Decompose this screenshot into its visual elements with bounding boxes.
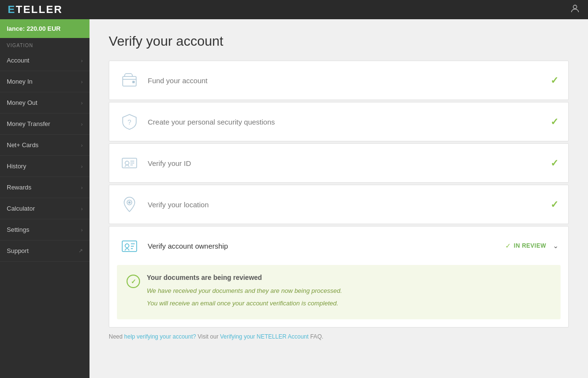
sidebar-item-label: Money Out [7,99,38,106]
svg-rect-4 [122,158,137,168]
sidebar-item-label: Account [7,57,29,64]
review-text-block: Your documents are being reviewed We hav… [147,274,551,311]
balance-bar: lance: 220.00 EUR [0,19,89,38]
ownership-icon [119,235,140,256]
sidebar-item-support[interactable]: Support ↗ [0,240,89,262]
verify-step-security: ? Create your personal security question… [109,102,569,141]
chevron-right-icon: › [81,185,83,190]
chevron-right-icon: › [81,58,83,63]
verify-step-id: Verify your ID ✓ [109,143,569,183]
sidebar-item-label: Money In [7,78,32,85]
step-label: Create your personal security questions [148,118,546,126]
sidebar-item-label: Net+ Cards [7,141,38,149]
svg-rect-2 [132,81,135,83]
sidebar-item-net-cards[interactable]: Net+ Cards › [0,135,89,156]
svg-point-7 [128,202,131,204]
sidebar-item-label: Support [7,247,29,254]
verify-step-ownership: Verify account ownership ✓ IN REVIEW ⌄ ✓… [109,226,569,328]
location-icon [119,194,140,215]
review-line2: You will receive an email once your acco… [147,299,551,308]
page-title: Verify your account [109,34,569,49]
chevron-right-icon: › [81,164,83,169]
sidebar-item-label: Calculator [7,205,35,212]
main-layout: lance: 220.00 EUR VIGATION Account › Mon… [0,19,588,378]
sidebar-item-label: Settings [7,226,29,233]
chevron-right-icon: › [81,79,83,85]
complete-check-icon: ✓ [550,75,559,86]
logo: ETELLER [8,3,63,16]
chevron-right-icon: › [81,100,83,106]
review-check-icon: ✓ [505,242,511,250]
complete-check-icon: ✓ [550,199,559,210]
chevron-right-icon: › [81,142,83,148]
review-line1: We have received your documents and they… [147,286,551,296]
shield-icon: ? [119,111,140,132]
sidebar-item-label: History [7,163,26,170]
svg-point-9 [125,244,129,248]
chevron-right-icon: › [81,227,83,233]
sidebar-item-account[interactable]: Account › [0,50,89,71]
id-icon [119,152,140,174]
ownership-label: Verify account ownership [148,242,501,250]
review-title: Your documents are being reviewed [147,274,551,281]
sidebar-item-money-transfer[interactable]: Money Transfer › [0,113,89,135]
faq-mid: Visit our [198,333,220,340]
sidebar-item-label: Money Transfer [7,120,50,127]
chevron-right-icon: › [81,121,83,127]
complete-check-icon: ✓ [550,116,559,127]
faq-prefix: Need [109,333,124,340]
review-panel: ✓ Your documents are being reviewed We h… [117,265,561,319]
faq-suffix: FAQ. [310,333,323,340]
review-check-small: ✓ [131,278,136,285]
wallet-icon [119,70,140,91]
faq-link2[interactable]: Verifying your NETELLER Account [220,333,308,340]
complete-check-icon: ✓ [550,157,559,169]
nav-section-label: VIGATION [0,38,89,50]
sidebar-item-rewards[interactable]: Rewards › [0,177,89,198]
sidebar-item-money-in[interactable]: Money In › [0,71,89,92]
svg-point-0 [573,5,576,8]
logo-prefix: E [8,3,16,15]
sidebar-item-money-out[interactable]: Money Out › [0,92,89,113]
step-label: Fund your account [148,76,546,85]
sidebar-item-settings[interactable]: Settings › [0,219,89,240]
sidebar-item-history[interactable]: History › [0,156,89,177]
svg-point-5 [125,161,129,165]
in-review-badge: IN REVIEW [514,242,546,249]
svg-text:?: ? [128,118,131,126]
chevron-right-icon: › [81,206,83,212]
verify-step-location: Verify your location ✓ [109,185,569,224]
main-content: Verify your account Fund your account ✓ … [89,19,588,378]
step-label: Verify your ID [148,159,546,167]
review-status-icon: ✓ [127,275,140,288]
balance-text: lance: 220.00 EUR [7,25,61,32]
faq-link1[interactable]: help verifying your account? [124,333,196,340]
faq-footer: Need help verifying your account? Visit … [109,333,569,340]
ownership-header[interactable]: Verify account ownership ✓ IN REVIEW ⌄ [109,227,568,265]
user-icon[interactable] [570,3,580,16]
sidebar-item-label: Rewards [7,184,31,191]
verify-step-fund: Fund your account ✓ [109,61,569,100]
sidebar-item-calculator[interactable]: Calculator › [0,198,89,219]
chevron-down-icon[interactable]: ⌄ [553,242,559,250]
svg-rect-8 [122,241,137,252]
sidebar: lance: 220.00 EUR VIGATION Account › Mon… [0,19,89,378]
step-label: Verify your location [148,201,546,209]
external-link-icon: ↗ [78,248,83,254]
topbar: ETELLER [0,0,588,19]
